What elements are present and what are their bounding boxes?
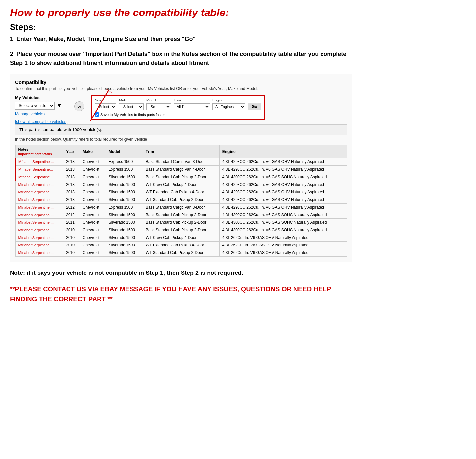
table-cell: 4.3L 4293CC 262Cu. In. V6 GAS OHV Natura… (219, 166, 347, 173)
notes-cell: Mfrlabel:Serpentine ... (15, 173, 63, 181)
dropdown-arrow-icon: ▼ (57, 103, 62, 109)
save-vehicles-label: Save to My Vehicles to finds parts faste… (100, 113, 165, 117)
table-cell: Chevrolet (80, 188, 106, 196)
vehicle-select-dropdown[interactable]: Select a vehicle (15, 102, 55, 110)
ymm-selects-row: -Select- -Select- -Select- All Trims All… (95, 103, 261, 110)
table-cell: Chevrolet (80, 219, 106, 226)
table-cell: Chevrolet (80, 158, 106, 166)
show-all-link[interactable]: [show all compatible vehicles] (15, 119, 67, 124)
main-title: How to properly use the compatibility ta… (10, 7, 352, 19)
table-cell: Silverado 1500 (106, 242, 143, 249)
ymm-labels-row: Year Make Model Trim Engine (95, 98, 261, 102)
table-cell: Chevrolet (80, 226, 106, 234)
table-cell: WT Extended Cab Pickup 4-Door (143, 242, 220, 249)
table-cell: 2010 (63, 242, 80, 249)
table-cell: Chevrolet (80, 211, 106, 219)
model-select[interactable]: -Select- (146, 103, 171, 110)
table-cell: Silverado 1500 (106, 188, 143, 196)
notes-cell: Mfrlabel:Serpentine ... (15, 181, 63, 188)
table-cell: 2013 (63, 181, 80, 188)
compatible-text: This part is compatible with 1000 vehicl… (19, 127, 102, 132)
table-row: Mfrlabel:Serpentine ...2011ChevroletSilv… (15, 219, 347, 226)
save-vehicles-checkbox[interactable] (95, 112, 99, 117)
notes-header-label: Notes (18, 147, 29, 151)
table-cell: 4.3L 4293CC 262Cu. In. V6 GAS OHV Natura… (219, 188, 347, 196)
compatible-banner: This part is compatible with 1000 vehicl… (15, 124, 347, 135)
engine-select[interactable]: All Engines (212, 103, 245, 110)
notes-header: Notes Important part details (15, 145, 63, 158)
year-make-section: Year Make Model Trim Engine -Select- -Se… (91, 95, 347, 120)
or-divider: or (74, 101, 84, 111)
notes-cell: Mfrlabel:Serpentine ... (15, 196, 63, 204)
table-cell: WT Extended Cab Pickup 4-Door (143, 188, 220, 196)
table-row: Mfrlabel:Serpentine ...2010ChevroletSilv… (15, 242, 347, 249)
make-select[interactable]: -Select- (119, 103, 144, 110)
engine-header: Engine (219, 145, 347, 158)
table-row: Mfrlabel:Serpentine ...2010ChevroletSilv… (15, 249, 347, 257)
year-label: Year (95, 98, 116, 102)
table-cell: Silverado 1500 (106, 181, 143, 188)
go-button[interactable]: Go (248, 103, 261, 110)
steps-label: Steps: (10, 22, 352, 32)
table-cell: 4.3L 4293CC 262Cu. In. V6 GAS OHV Natura… (219, 196, 347, 204)
table-cell: Silverado 1500 (106, 173, 143, 181)
table-cell: WT Crew Cab Pickup 4-Door (143, 234, 220, 242)
table-row: Mfrlabel:Serpentine ...2010ChevroletSilv… (15, 226, 347, 234)
compat-subtitle: To confirm that this part fits your vehi… (15, 86, 347, 91)
table-cell: WT Standard Cab Pickup 2-Door (143, 249, 220, 257)
manage-vehicles-link[interactable]: Manage vehicles (15, 112, 68, 116)
notes-cell: Mfrlabel:Serpentine ... (15, 211, 63, 219)
table-cell: 4.3L 4293CC 262Cu. In. V6 GAS OHV Natura… (219, 204, 347, 211)
trim-label: Trim (174, 98, 210, 102)
table-cell: Chevrolet (80, 181, 106, 188)
table-cell: Chevrolet (80, 196, 106, 204)
notes-cell: Mfrlabel:Serpentine ... (15, 188, 63, 196)
table-cell: 4.3L 262Cu. In. V6 GAS OHV Naturally Asp… (219, 242, 347, 249)
table-cell: Silverado 1500 (106, 211, 143, 219)
table-cell: 4.3L 262Cu. In. V6 GAS OHV Naturally Asp… (219, 249, 347, 257)
ymm-box: Year Make Model Trim Engine -Select- -Se… (91, 95, 265, 120)
table-cell: Express 1500 (106, 204, 143, 211)
table-cell: Base Standard Cargo Van 3-Door (143, 158, 220, 166)
table-cell: Base Standard Cab Pickup 2-Door (143, 226, 220, 234)
engine-label: Engine (212, 98, 245, 102)
table-cell: Silverado 1500 (106, 196, 143, 204)
table-cell: 4.3L 4300CC 262Cu. In. V6 GAS SOHC Natur… (219, 226, 347, 234)
table-cell: 4.3L 4300CC 262Cu. In. V6 GAS SOHC Natur… (219, 219, 347, 226)
table-row: Mfrlabel:Serpentine ...2013ChevroletSilv… (15, 173, 347, 181)
table-cell: 4.3L 4293CC 262Cu. In. V6 GAS OHV Natura… (219, 158, 347, 166)
important-part-details-label: Important part details (18, 152, 52, 156)
table-cell: 2013 (63, 158, 80, 166)
trim-select[interactable]: All Trims (174, 103, 210, 110)
year-select[interactable]: -Select- (95, 103, 116, 110)
make-label: Make (119, 98, 144, 102)
table-cell: 2010 (63, 249, 80, 257)
table-cell: Silverado 1500 (106, 219, 143, 226)
table-cell: Express 1500 (106, 166, 143, 173)
table-cell: Base Standard Cargo Van 3-Door (143, 204, 220, 211)
note-text: Note: if it says your vehicle is not com… (10, 269, 352, 277)
my-vehicles-section: My Vehicles Select a vehicle ▼ Manage ve… (15, 95, 68, 124)
table-cell: 4.3L 4293CC 262Cu. In. V6 GAS OHV Natura… (219, 181, 347, 188)
table-row: Mfrlabel:Serpentine ...2013ChevroletSilv… (15, 196, 347, 204)
table-cell: WT Standard Cab Pickup 2-Door (143, 196, 220, 204)
table-row: Mfrlabel:Serpentine ...2012ChevroletExpr… (15, 204, 347, 211)
table-cell: Base Standard Cab Pickup 2-Door (143, 211, 220, 219)
table-cell: 4.3L 4300CC 262Cu. In. V6 GAS SOHC Natur… (219, 173, 347, 181)
table-cell: 2010 (63, 226, 80, 234)
compatibility-table: Notes Important part details Year Make M… (15, 145, 347, 257)
table-cell: Chevrolet (80, 242, 106, 249)
table-cell: Silverado 1500 (106, 226, 143, 234)
table-cell: 2013 (63, 196, 80, 204)
table-cell: Chevrolet (80, 249, 106, 257)
year-header: Year (63, 145, 80, 158)
table-cell: Chevrolet (80, 166, 106, 173)
my-vehicles-label: My Vehicles (15, 95, 68, 100)
table-cell: Silverado 1500 (106, 234, 143, 242)
make-header: Make (80, 145, 106, 158)
table-row: Mfrlabel:Serpentine ...2013ChevroletExpr… (15, 158, 347, 166)
notes-cell: Mfrlabel:Serpentine ... (15, 219, 63, 226)
notes-cell: Mfrlabel:Serpentine ... (15, 226, 63, 234)
save-checkbox-row: Save to My Vehicles to finds parts faste… (95, 112, 261, 117)
table-cell: Silverado 1500 (106, 249, 143, 257)
